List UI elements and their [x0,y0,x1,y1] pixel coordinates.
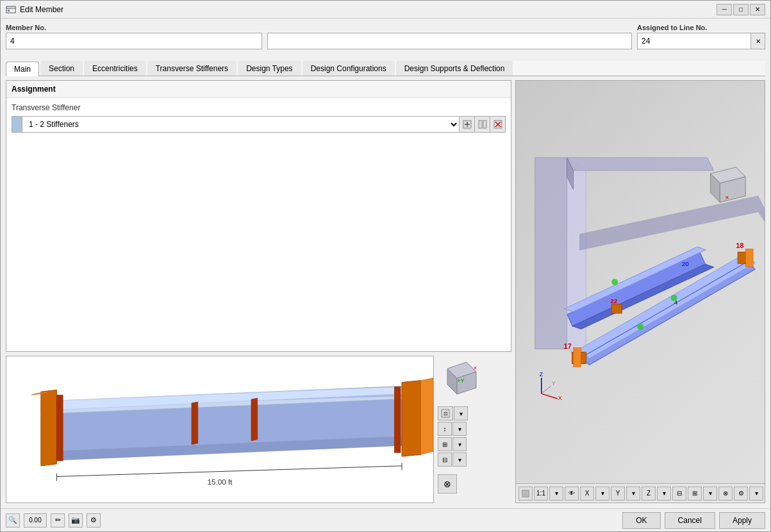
vp-more-dropdown[interactable]: ▾ [703,486,717,501]
tab-transverse-stiffeners[interactable]: Transverse Stiffeners [147,61,236,76]
svg-text:✕: ✕ [725,195,729,201]
stiffener-select[interactable]: 1 - 2 Stiffeners 2 - 4 Stiffeners None [22,117,459,132]
bottom-bar: 🔍 0.00 ✏ 📷 ⚙ OK Cancel Apply [1,508,770,531]
cube-nav-widget[interactable]: ✕ [710,167,745,203]
svg-marker-23 [251,398,258,441]
svg-rect-2 [8,10,10,12]
member-no-input[interactable] [6,33,262,49]
vp-render-btn[interactable]: 1:1 [534,486,548,501]
vp-extra-btn[interactable]: ⚙ [734,486,748,501]
svg-point-57 [637,324,643,330]
svg-text:⊡: ⊡ [444,411,448,417]
svg-rect-48 [574,347,581,367]
assigned-group: Assigned to Line No. ✕ [637,24,765,57]
vp-z-dropdown[interactable]: ▾ [657,486,671,501]
view-btn-8[interactable]: ▾ [452,453,467,467]
stiffener-label: Transverse Stiffener [12,103,506,112]
tab-bar: Main Section Eccentricities Transverse S… [6,61,765,76]
beam-length-label: 15.00 ft [207,478,233,486]
svg-rect-63 [522,490,529,496]
vp-scene-btn[interactable] [518,486,533,501]
mini-toolbar: ⊡ ▾ ↕ ▾ ⊞ ▾ [438,406,511,467]
tab-main[interactable]: Main [6,62,39,76]
main-area: Assignment Transverse Stiffener 1 - 2 St… [6,80,765,503]
assigned-label: Assigned to Line No. [637,24,765,31]
maximize-button[interactable]: □ [733,4,749,15]
assignment-content: Transverse Stiffener 1 - 2 Stiffeners 2 … [6,98,511,351]
view-btn-2[interactable]: ▾ [454,406,468,420]
stiffener-add-button[interactable] [459,117,474,132]
assigned-clear-button[interactable]: ✕ [751,33,765,49]
member-no-group: Member No. [6,24,262,57]
vp-extra-dropdown[interactable]: ▾ [749,486,763,501]
svg-rect-46 [745,249,753,267]
view-btn-4[interactable]: ▾ [452,422,467,436]
vp-y-dropdown[interactable]: ▾ [626,486,640,501]
mini-btn-row-1: ⊡ ▾ [438,406,511,420]
assignment-header: Assignment [6,81,511,98]
view-btn-7[interactable]: ⊟ [438,453,452,467]
node-20-label: 20 [682,260,690,267]
draw-button[interactable]: ✏ [51,513,65,528]
reset-view-button[interactable]: ⊗ [438,474,457,494]
viewport-toolbar: 1:1 ▾ 👁 X ▾ Y ▾ Z ▾ ⊟ ⊞ ▾ ⊗ ⚙ ▾ [516,483,765,503]
svg-text:+Y: +Y [457,378,464,384]
vp-close-btn[interactable]: ⊗ [765,486,765,501]
svg-line-52 [542,394,558,399]
cancel-button[interactable]: Cancel [665,512,715,529]
vp-settings-btn[interactable]: ⊗ [718,486,733,501]
vp-render-dropdown[interactable]: ▾ [549,486,563,501]
bottom-section: 15.00 ft +Y [6,356,511,503]
apply-button[interactable]: Apply [719,512,765,529]
tab-section[interactable]: Section [40,61,83,76]
action-buttons: OK Cancel Apply [622,512,765,529]
ok-button[interactable]: OK [622,512,660,529]
svg-marker-16 [41,390,56,466]
coordinate-button[interactable]: 0.00 [24,513,47,528]
beam-viewport: 15.00 ft [6,356,434,503]
view-btn-6[interactable]: ▾ [452,437,467,451]
settings-button[interactable]: ⚙ [87,513,101,528]
vp-x-dropdown[interactable]: ▾ [595,486,609,501]
description-input[interactable] [267,33,632,49]
tab-design-supports[interactable]: Design Supports & Deflection [396,61,513,76]
view-btn-3[interactable]: ↕ [438,422,452,436]
stiffener-delete-button[interactable] [490,117,505,132]
viewport-3d-svg: 18 17 22 20 4 [516,81,765,483]
search-button[interactable]: 🔍 [6,513,20,528]
camera-button[interactable]: 📷 [69,513,83,528]
dialog-content: Member No. Assigned to Line No. ✕ Main S… [1,19,770,508]
left-panel: Assignment Transverse Stiffener 1 - 2 St… [6,80,511,503]
svg-rect-6 [479,121,482,128]
close-button[interactable]: ✕ [750,4,765,15]
svg-line-54 [542,386,551,394]
tab-design-configurations[interactable]: Design Configurations [303,61,395,76]
svg-marker-22 [192,402,198,445]
bottom-icon-area: ⊗ [438,474,511,494]
svg-marker-34 [535,158,567,349]
beam-svg: 15.00 ft [6,356,433,503]
minimize-button[interactable]: ─ [717,4,732,15]
vp-visual-btn[interactable]: 👁 [565,486,579,501]
svg-line-24 [56,466,402,477]
vp-x-btn[interactable]: X [580,486,594,501]
tab-design-types[interactable]: Design Types [238,61,301,76]
axis-indicator: Z X Y [540,371,562,401]
vp-more-btn[interactable]: ⊞ [688,486,702,501]
tab-eccentricities[interactable]: Eccentricities [84,61,146,76]
svg-marker-19 [402,381,420,457]
svg-point-56 [671,295,677,301]
bottom-icons: 🔍 0.00 ✏ 📷 ⚙ [6,513,101,528]
vp-filter-btn[interactable]: ⊟ [672,486,686,501]
view-btn-5[interactable]: ⊞ [438,437,452,451]
window-title: Edit Member [20,5,717,14]
vp-y-btn[interactable]: Y [611,486,625,501]
window-controls: ─ □ ✕ [717,4,765,15]
assigned-input[interactable] [637,33,751,49]
stiffener-edit-button[interactable] [474,117,490,132]
view-btn-1[interactable]: ⊡ [438,406,453,420]
vp-z-btn[interactable]: Z [642,486,656,501]
assigned-input-group: ✕ [637,33,765,49]
right-panel: 18 17 22 20 4 [515,80,765,503]
app-icon [6,4,16,15]
